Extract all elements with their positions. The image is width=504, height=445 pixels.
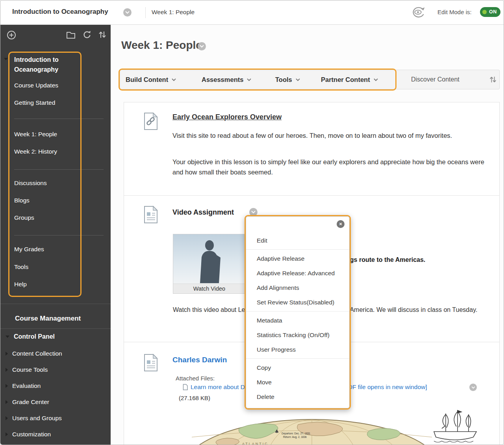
divider [14,119,104,119]
context-menu-group: Copy Move Delete [246,359,349,406]
sidebar-item-groups[interactable]: Groups [14,214,34,221]
action-bar: Build Content Assessments Tools Partner … [120,70,500,89]
sidebar-item-evaluation[interactable]: Evaluation [6,382,41,389]
course-sidebar: Introduction to Oceanography Course Upda… [0,25,111,445]
content-item-title-charles-darwin[interactable]: Charles Darwin [172,356,227,364]
sidebar-item-week-1-people[interactable]: Week 1: People [14,131,57,138]
button-label: Tools [275,76,292,83]
sidebar-item-course-home[interactable]: Introduction to Oceanography [14,55,79,74]
add-menu-item-icon[interactable] [7,30,16,41]
item-paragraph: Visit this site to read about a few of o… [172,131,466,141]
edit-mode-toggle[interactable]: ON [480,7,500,17]
menu-item-copy[interactable]: Copy [246,360,349,375]
menu-item-adaptive-release[interactable]: Adaptive Release [246,251,349,266]
sidebar-item-tools[interactable]: Tools [14,263,28,271]
chevron-right-icon [6,416,8,420]
partner-content-button[interactable]: Partner Content [321,70,378,89]
button-label: Partner Content [321,76,370,83]
button-label: Discover Content [411,76,460,83]
item-paragraph: Your objective in this lesson is to simp… [172,157,487,177]
video-thumbnail[interactable]: Watch Video [173,234,246,294]
chevron-right-icon [6,432,8,436]
map-departure-label: Departure: Dec. 27, 1831 [282,432,310,435]
sidebar-item-users-and-groups[interactable]: Users and Groups [6,415,62,422]
chevron-down-icon [296,78,300,81]
student-preview-icon[interactable] [411,6,426,20]
menu-item-delete[interactable]: Delete [246,389,349,404]
menu-item-statistics-tracking[interactable]: Statistics Tracking (On/Off) [246,328,349,342]
sidebar-item-discussions[interactable]: Discussions [14,180,47,187]
content-document-icon [143,206,158,225]
content-document-icon [143,354,158,373]
attached-file-menu-button[interactable] [469,384,477,391]
content-item-title-video-assignment[interactable]: Video Assignment [172,208,234,217]
sidebar-item-control-panel[interactable]: Control Panel [6,333,55,340]
page-title-menu-button[interactable] [198,42,206,50]
breadcrumb: Week 1: People [152,9,195,16]
folder-view-icon[interactable] [66,31,76,41]
menu-item-user-progress[interactable]: User Progress [246,342,349,357]
edit-mode-label: Edit Mode is: [437,9,472,15]
blackboard-course-page: Introduction to Oceanography Week 1: Peo… [0,0,504,445]
course-title: Introduction to Oceanography [12,8,108,16]
sidebar-item-label: Control Panel [14,333,55,340]
header-separator [145,7,146,18]
chevron-right-icon [6,368,8,372]
refresh-icon[interactable] [82,30,92,41]
context-menu-header: × [246,217,349,232]
page-title: Week 1: People [121,39,202,52]
menu-item-metadata[interactable]: Metadata [246,313,349,328]
content-item-title-explorers[interactable]: Early Ocean Explorers Overview [172,113,282,121]
menu-item-adaptive-release-advanced[interactable]: Adaptive Release: Advanced [246,266,349,280]
world-map-image: Departure: Dec. 27, 1831 Return: Aug. 2,… [180,406,444,445]
ship-illustration [430,406,481,445]
context-menu-group: Adaptive Release Adaptive Release: Advan… [246,250,349,311]
divider [0,328,111,329]
sidebar-item-blogs[interactable]: Blogs [14,197,30,204]
statue-photo [173,234,245,284]
tools-button[interactable]: Tools [275,70,300,89]
sidebar-item-label: Users and Groups [12,415,62,422]
sidebar-item-getting-started[interactable]: Getting Started [14,99,55,106]
sidebar-item-course-updates[interactable]: Course Updates [14,82,58,89]
collapse-menu-icon[interactable] [4,58,8,60]
menu-item-add-alignments[interactable]: Add Alignments [246,280,349,295]
chevron-right-icon [6,384,8,388]
context-menu-group: Metadata Statistics Tracking (On/Off) Us… [246,312,349,358]
sidebar-item-help[interactable]: Help [14,281,27,288]
sidebar-item-label: Grade Center [12,399,49,406]
chevron-down-icon [200,45,204,48]
divider [124,195,499,196]
chevron-down-icon [251,211,256,213]
reorder-items-icon[interactable] [489,75,497,85]
map-return-label: Return: Aug. 2, 1836 [283,436,307,439]
attached-files-label: Attached Files: [176,375,215,382]
sidebar-item-content-collection[interactable]: Content Collection [6,350,62,357]
menu-item-edit[interactable]: Edit [246,233,349,248]
sidebar-item-label: Content Collection [12,350,62,357]
discover-content-button[interactable]: Discover Content [411,70,460,89]
sidebar-item-customization[interactable]: Customization [6,431,51,438]
menu-item-set-review-status[interactable]: Set Review Status(Disabled) [246,295,349,310]
chevron-down-icon [172,78,176,81]
context-menu-highlight-box: × Edit Adaptive Release Adaptive Release… [245,215,351,410]
top-header: Introduction to Oceanography Week 1: Peo… [0,0,504,25]
watch-video-caption[interactable]: Watch Video [173,284,245,293]
sidebar-item-week-2-history[interactable]: Week 2: History [14,148,57,155]
sidebar-item-my-grades[interactable]: My Grades [14,246,44,253]
divider [0,304,111,304]
build-content-button[interactable]: Build Content [126,70,176,89]
context-menu: × Edit Adaptive Release Adaptive Release… [246,216,350,408]
sidebar-item-course-tools[interactable]: Course Tools [6,366,48,373]
sidebar-item-label: Customization [12,431,51,438]
assessments-button[interactable]: Assessments [202,70,251,89]
map-ocean-label: ATLANTIC [242,442,269,445]
button-label: Assessments [202,76,243,83]
close-icon[interactable]: × [337,220,345,228]
reorder-icon[interactable] [98,30,107,41]
course-management-title: Course Management [15,315,81,323]
sidebar-item-grade-center[interactable]: Grade Center [6,399,49,406]
chevron-down-icon [247,78,251,81]
menu-item-move[interactable]: Move [246,375,349,389]
course-title-menu-button[interactable] [123,8,132,17]
